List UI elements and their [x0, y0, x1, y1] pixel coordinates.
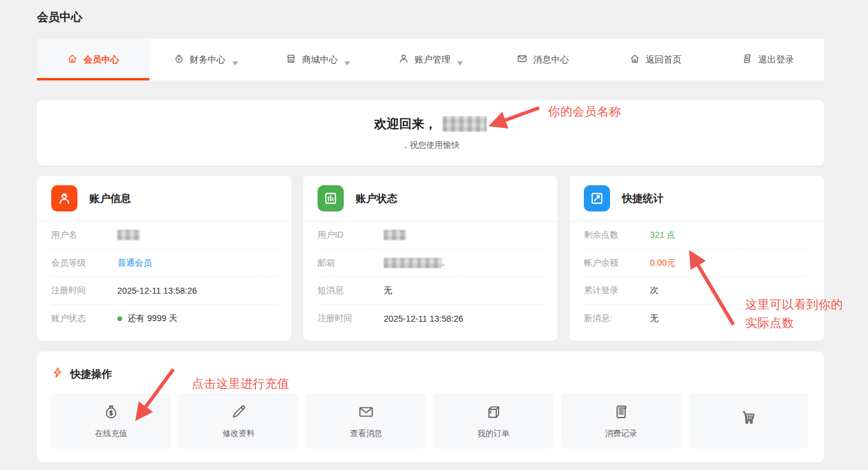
- quick-stats-card: 快捷统计 剩余点数 321 点 帐户余额 0.00元 累计登录 次 新消息: 无: [570, 176, 824, 341]
- money-bag-icon: [102, 403, 120, 423]
- tab-label: 会员中心: [83, 54, 119, 66]
- status-dot: [117, 316, 122, 321]
- message-icon: [517, 53, 528, 66]
- row-login-count: 累计登录 次: [584, 277, 810, 305]
- recharge-button[interactable]: 在线充值: [51, 393, 171, 449]
- logout-icon: [742, 53, 753, 66]
- remaining-points-value: 321 点: [650, 229, 676, 241]
- tab-label: 财务中心: [190, 54, 226, 66]
- row-user-id: 用户ID: [318, 222, 543, 250]
- row-remaining-points: 剩余点数 321 点: [584, 222, 810, 250]
- receipt-icon: [612, 403, 630, 423]
- chevron-down-icon: [232, 61, 238, 66]
- view-messages-button[interactable]: 查看消息: [306, 393, 426, 449]
- cart-button[interactable]: [689, 393, 808, 449]
- tab-mall-center[interactable]: 商城中心: [262, 39, 374, 80]
- row-member-level: 会员等级 普通会员: [51, 250, 277, 278]
- row-new-messages: 新消息: 无: [584, 305, 810, 333]
- username-redacted: [117, 230, 140, 240]
- page-title: 会员中心: [37, 10, 82, 25]
- row-register-time: 注册时间 2025-12-11 13:58:26: [318, 305, 543, 333]
- member-level-link[interactable]: 普通会员: [117, 257, 152, 269]
- tab-label: 商城中心: [302, 54, 338, 66]
- lightning-icon: [51, 366, 64, 381]
- chevron-down-icon: [344, 61, 350, 66]
- package-icon: [484, 403, 503, 423]
- welcome-banner: 欢迎回来， ，祝您使用愉快: [37, 100, 824, 166]
- account-status-card: 账户状态 用户ID 邮箱 . 短消息 无 注册时间 2025-12-11 13:…: [303, 176, 558, 341]
- main-nav: 会员中心 财务中心 商城中心 账户管理 消息中心 返回首页: [37, 39, 824, 80]
- pencil-icon: [229, 403, 248, 423]
- tab-member-center[interactable]: 会员中心: [37, 39, 150, 80]
- consumption-records-button[interactable]: 消费记录: [561, 393, 681, 449]
- card-title: 账户信息: [89, 191, 131, 206]
- my-orders-button[interactable]: 我的订单: [434, 393, 553, 449]
- shop-icon: [285, 53, 297, 66]
- quick-actions-title: 快捷操作: [70, 367, 112, 381]
- account-icon: [398, 53, 409, 66]
- row-sms: 短消息 无: [318, 277, 543, 305]
- account-balance-value: 0.00元: [650, 257, 676, 269]
- card-title: 快捷统计: [622, 191, 664, 206]
- welcome-subtext: ，祝您使用愉快: [37, 140, 824, 151]
- bar-chart-icon: [318, 185, 344, 211]
- welcome-greeting: 欢迎回来，: [374, 116, 437, 132]
- tab-account-manage[interactable]: 账户管理: [374, 39, 487, 80]
- row-account-balance: 帐户余额 0.00元: [584, 250, 810, 278]
- card-title: 账户状态: [356, 191, 397, 206]
- trend-chart-icon: [584, 185, 610, 211]
- member-home-icon: [67, 53, 78, 66]
- tab-logout[interactable]: 退出登录: [711, 39, 824, 80]
- tab-label: 账户管理: [415, 54, 450, 66]
- user-id-redacted: [384, 230, 406, 240]
- email-redacted: [384, 258, 442, 268]
- tab-label: 退出登录: [758, 54, 794, 66]
- quick-actions-card: 快捷操作 在线充值 修改资料 查看消息 我的订单: [37, 351, 824, 462]
- row-register-time: 注册时间 2025-12-11 13:58:26: [51, 277, 277, 305]
- member-name-redacted: [443, 116, 487, 132]
- home-icon: [629, 53, 640, 66]
- row-email: 邮箱 .: [318, 250, 543, 278]
- edit-profile-button[interactable]: 修改资料: [179, 393, 298, 449]
- row-username: 用户名: [51, 222, 277, 250]
- account-info-card: 账户信息 用户名 会员等级 普通会员 注册时间 2025-12-11 13:58…: [37, 176, 291, 341]
- user-badge-icon: [51, 185, 77, 211]
- tab-finance-center[interactable]: 财务中心: [150, 39, 262, 80]
- chevron-down-icon: [457, 61, 463, 66]
- tab-back-home[interactable]: 返回首页: [599, 39, 712, 80]
- finance-icon: [173, 53, 185, 66]
- tab-label: 返回首页: [646, 54, 682, 66]
- cart-icon: [739, 408, 758, 428]
- envelope-icon: [357, 403, 375, 423]
- row-account-status: 账户状态 还有 9999 天: [51, 305, 277, 333]
- tab-message-center[interactable]: 消息中心: [487, 39, 599, 80]
- tab-label: 消息中心: [533, 54, 569, 66]
